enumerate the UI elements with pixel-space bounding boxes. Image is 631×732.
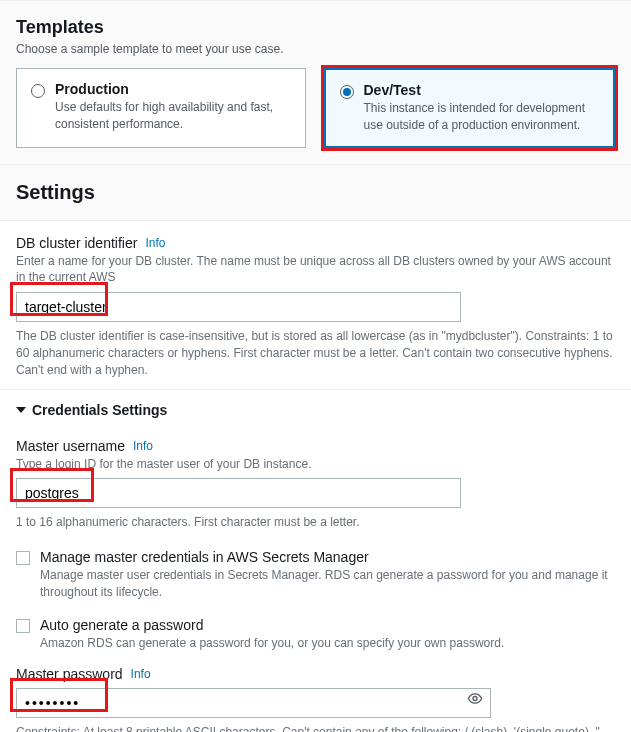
autogen-row: Auto generate a password Amazon RDS can … <box>0 603 631 654</box>
master-password-info[interactable]: Info <box>131 667 151 681</box>
templates-subtitle: Choose a sample template to meet your us… <box>16 42 615 56</box>
master-username-block: Master username Info Type a login ID for… <box>0 424 631 542</box>
template-production-title: Production <box>55 81 291 97</box>
settings-heading: Settings <box>0 164 631 220</box>
secrets-manager-label: Manage master credentials in AWS Secrets… <box>40 549 615 565</box>
cluster-id-help: Enter a name for your DB cluster. The na… <box>16 253 615 287</box>
master-password-constraints: Constraints: At least 8 printable ASCII … <box>16 724 615 732</box>
radio-devtest[interactable] <box>340 85 354 99</box>
master-username-help: Type a login ID for the master user of y… <box>16 456 615 473</box>
cluster-id-block: DB cluster identifier Info Enter a name … <box>0 220 631 389</box>
cluster-id-input[interactable] <box>16 292 461 322</box>
radio-production[interactable] <box>31 84 45 98</box>
templates-title: Templates <box>16 17 615 38</box>
cluster-id-constraints: The DB cluster identifier is case-insens… <box>16 328 615 378</box>
master-password-label: Master password <box>16 666 123 682</box>
autogen-desc: Amazon RDS can generate a password for y… <box>40 635 504 652</box>
master-password-input[interactable] <box>16 688 491 718</box>
autogen-checkbox[interactable] <box>16 619 30 633</box>
template-devtest[interactable]: Dev/Test This instance is intended for d… <box>324 68 616 148</box>
templates-section: Templates Choose a sample template to me… <box>0 0 631 164</box>
svg-point-0 <box>473 696 477 700</box>
cluster-id-info[interactable]: Info <box>145 236 165 250</box>
eye-icon[interactable] <box>467 690 483 709</box>
template-production-desc: Use defaults for high availability and f… <box>55 99 291 133</box>
template-devtest-desc: This instance is intended for developmen… <box>364 100 600 134</box>
credentials-heading: Credentials Settings <box>32 402 167 418</box>
secrets-manager-checkbox[interactable] <box>16 551 30 565</box>
master-password-block: Master password Info Constraints: At lea… <box>0 654 631 732</box>
cluster-id-label: DB cluster identifier <box>16 235 137 251</box>
caret-down-icon <box>16 407 26 413</box>
master-username-label: Master username <box>16 438 125 454</box>
master-username-input[interactable] <box>16 478 461 508</box>
master-username-info[interactable]: Info <box>133 439 153 453</box>
secrets-manager-desc: Manage master user credentials in Secret… <box>40 567 615 601</box>
autogen-label: Auto generate a password <box>40 617 504 633</box>
master-username-constraints: 1 to 16 alphanumeric characters. First c… <box>16 514 615 531</box>
template-production[interactable]: Production Use defaults for high availab… <box>16 68 306 148</box>
credentials-header[interactable]: Credentials Settings <box>0 389 631 424</box>
template-devtest-title: Dev/Test <box>364 82 600 98</box>
secrets-manager-row: Manage master credentials in AWS Secrets… <box>0 541 631 603</box>
